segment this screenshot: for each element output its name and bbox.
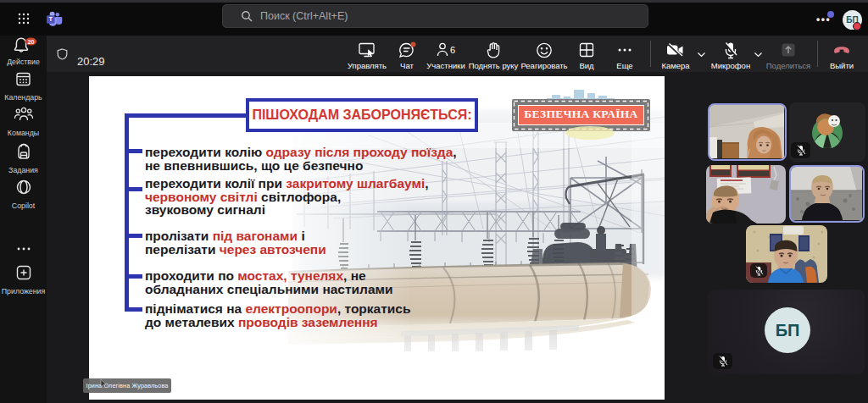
svg-text:T: T xyxy=(48,15,53,23)
svg-text:6: 6 xyxy=(450,45,455,55)
svg-text:20: 20 xyxy=(27,38,34,46)
